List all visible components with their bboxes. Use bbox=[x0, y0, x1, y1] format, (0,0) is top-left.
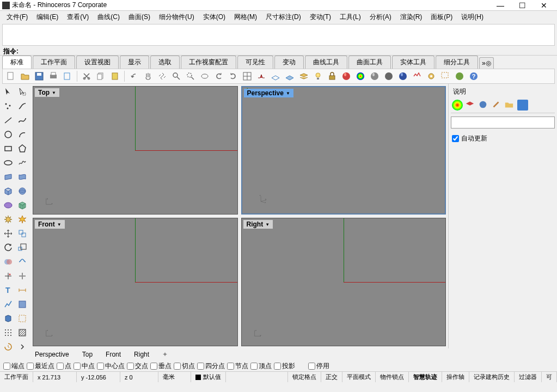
named-view-icon[interactable] bbox=[255, 70, 267, 82]
pan-icon[interactable] bbox=[142, 70, 154, 82]
menu-panels[interactable]: 面板(P) bbox=[426, 11, 457, 23]
menu-analyze[interactable]: 分析(A) bbox=[365, 11, 396, 23]
interpcrv-icon[interactable] bbox=[15, 113, 29, 127]
box-icon[interactable] bbox=[1, 184, 15, 198]
cage-icon[interactable] bbox=[15, 311, 29, 325]
text-icon[interactable]: T bbox=[1, 283, 15, 297]
new-viewport-icon[interactable] bbox=[439, 70, 451, 82]
four-viewport-icon[interactable] bbox=[241, 70, 253, 82]
vtab-perspective[interactable]: Perspective bbox=[33, 350, 71, 359]
tab-display[interactable]: 显示 bbox=[120, 56, 149, 69]
ghosted-icon[interactable] bbox=[383, 70, 395, 82]
status-gumball[interactable]: 操作轴 bbox=[442, 372, 469, 382]
menu-surface[interactable]: 曲面(S) bbox=[124, 11, 155, 23]
analysis-icon[interactable] bbox=[1, 297, 15, 311]
help-panel-icon[interactable] bbox=[517, 100, 528, 111]
tab-standard[interactable]: 标准 bbox=[2, 56, 32, 69]
viewport-label[interactable]: Perspective▼ bbox=[244, 89, 293, 97]
status-filter[interactable]: 过滤器 bbox=[515, 372, 542, 382]
dimension-icon[interactable] bbox=[15, 283, 29, 297]
line-icon[interactable] bbox=[1, 113, 15, 127]
menu-transform[interactable]: 变动(T) bbox=[305, 11, 335, 23]
menu-tools[interactable]: 工具(L) bbox=[335, 11, 365, 23]
menu-solid[interactable]: 实体(O) bbox=[199, 11, 230, 23]
snap-point[interactable]: 点 bbox=[57, 362, 71, 371]
more-tools-icon[interactable] bbox=[15, 340, 29, 353]
close-button[interactable]: ✕ bbox=[533, 1, 555, 10]
status-layer[interactable]: 默认值 bbox=[191, 372, 226, 382]
snap-project[interactable]: 投影 bbox=[274, 362, 295, 371]
shade-icon[interactable] bbox=[369, 70, 381, 82]
viewport-right[interactable]: Right▼ zy bbox=[241, 218, 446, 346]
snap-cen[interactable]: 中心点 bbox=[97, 362, 125, 371]
maximize-button[interactable]: ☐ bbox=[511, 1, 533, 10]
split-icon[interactable] bbox=[15, 269, 29, 283]
snap-quad[interactable]: 四分点 bbox=[197, 362, 225, 371]
status-cplane[interactable]: 工作平面 bbox=[0, 372, 33, 382]
curve-icon[interactable] bbox=[15, 99, 29, 113]
hatch-icon[interactable] bbox=[15, 326, 29, 339]
snap-int[interactable]: 交点 bbox=[127, 362, 148, 371]
new-file-icon[interactable] bbox=[5, 70, 17, 82]
vtab-top[interactable]: Top bbox=[80, 350, 95, 359]
auto-update-checkbox[interactable]: 自动更新 bbox=[451, 132, 555, 145]
snap-end[interactable]: 端点 bbox=[3, 362, 25, 371]
snap-knot[interactable]: 节点 bbox=[227, 362, 248, 371]
point-icon[interactable] bbox=[1, 99, 15, 113]
properties-panel-icon[interactable] bbox=[452, 100, 463, 111]
subd-icon[interactable] bbox=[1, 198, 15, 212]
tab-cplane[interactable]: 工作平面 bbox=[33, 56, 75, 69]
history-icon[interactable] bbox=[1, 340, 15, 353]
status-planar[interactable]: 平面模式 bbox=[342, 372, 376, 382]
menu-dimension[interactable]: 尺寸标注(D) bbox=[261, 11, 305, 23]
minimize-button[interactable]: — bbox=[489, 1, 511, 10]
menu-subd[interactable]: 细分物件(U) bbox=[155, 11, 199, 23]
menu-curve[interactable]: 曲线(C) bbox=[93, 11, 124, 23]
layers-panel-icon[interactable] bbox=[465, 100, 476, 111]
status-history[interactable]: 记录建构历史 bbox=[469, 372, 515, 382]
circle-icon[interactable] bbox=[1, 127, 15, 141]
snap-disable[interactable]: 停用 bbox=[308, 362, 329, 371]
zoom-extents-icon[interactable] bbox=[185, 70, 197, 82]
ellipse-icon[interactable] bbox=[1, 156, 15, 169]
tab-viewport[interactable]: 工作视窗配置 bbox=[181, 56, 236, 69]
cplane-3pt-icon[interactable] bbox=[284, 70, 296, 82]
rotate-icon[interactable] bbox=[1, 241, 15, 254]
save-icon[interactable] bbox=[33, 70, 45, 82]
import-icon[interactable] bbox=[62, 70, 74, 82]
grasshopper-icon[interactable] bbox=[454, 70, 466, 82]
light-icon[interactable] bbox=[312, 70, 324, 82]
tab-subdtools[interactable]: 细分工具 bbox=[436, 56, 478, 69]
viewport-top[interactable]: Top▼ yx bbox=[33, 86, 238, 215]
open-folder-icon[interactable] bbox=[19, 70, 31, 82]
render-shade-icon[interactable] bbox=[397, 70, 409, 82]
render-tool-icon[interactable] bbox=[15, 297, 29, 311]
set-cplane-icon[interactable] bbox=[270, 70, 281, 82]
tab-select[interactable]: 选取 bbox=[150, 56, 180, 69]
rectangle-icon[interactable] bbox=[1, 142, 15, 155]
zoom-icon[interactable] bbox=[170, 70, 182, 82]
rotate-view-icon[interactable] bbox=[156, 70, 168, 82]
vtab-front[interactable]: Front bbox=[103, 350, 123, 359]
boolean-icon[interactable] bbox=[1, 255, 15, 268]
mesh-icon[interactable] bbox=[15, 198, 29, 212]
sketch-icon[interactable] bbox=[15, 156, 29, 169]
surface-icon[interactable] bbox=[1, 170, 15, 183]
help-search-input[interactable] bbox=[451, 117, 555, 128]
tab-transform[interactable]: 变动 bbox=[274, 56, 304, 69]
scale-icon[interactable] bbox=[15, 241, 29, 254]
gear-icon[interactable] bbox=[1, 212, 15, 226]
menu-edit[interactable]: 编辑(E) bbox=[32, 11, 63, 23]
explode-icon[interactable] bbox=[15, 212, 29, 226]
menu-render[interactable]: 渲染(R) bbox=[396, 11, 427, 23]
snap-mid[interactable]: 中点 bbox=[74, 362, 95, 371]
snap-vertex[interactable]: 顶点 bbox=[250, 362, 272, 371]
notes-panel-icon[interactable] bbox=[491, 100, 502, 111]
tab-surfacetools[interactable]: 曲面工具 bbox=[348, 56, 391, 69]
viewport-perspective[interactable]: Perspective▼ zyx bbox=[241, 86, 446, 215]
display-panel-icon[interactable] bbox=[478, 100, 489, 111]
status-osnap[interactable]: 物件锁点 bbox=[376, 372, 409, 382]
join-icon[interactable] bbox=[15, 255, 29, 268]
arc-icon[interactable] bbox=[15, 127, 29, 141]
array-icon[interactable] bbox=[1, 326, 15, 339]
